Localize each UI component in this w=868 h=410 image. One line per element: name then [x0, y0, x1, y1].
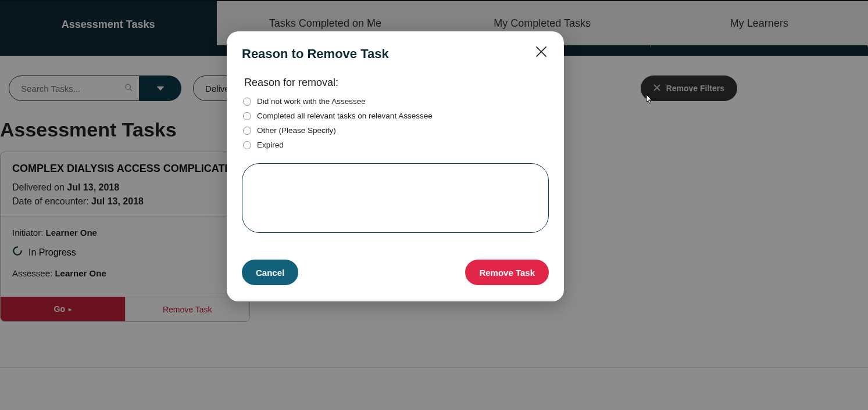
remove-task-button[interactable]: Remove Task	[465, 260, 549, 285]
radio-icon	[243, 98, 251, 106]
modal-subtitle: Reason for removal:	[242, 77, 549, 89]
radio-label: Completed all relevant tasks on relevant…	[257, 112, 433, 120]
radio-icon	[243, 112, 251, 120]
radio-option-other[interactable]: Other (Please Specify)	[243, 126, 549, 135]
radio-option-did-not-work[interactable]: Did not work with the Assessee	[243, 97, 549, 106]
radio-label: Other (Please Specify)	[257, 126, 336, 135]
radio-option-expired[interactable]: Expired	[243, 141, 549, 149]
modal-close-button[interactable]	[534, 44, 551, 62]
radio-option-completed-all[interactable]: Completed all relevant tasks on relevant…	[243, 112, 549, 120]
cancel-button[interactable]: Cancel	[242, 260, 298, 285]
radio-icon	[243, 127, 251, 135]
radio-icon	[243, 141, 251, 149]
removal-reason-textarea[interactable]	[242, 163, 549, 233]
remove-task-modal: Reason to Remove Task Reason for removal…	[227, 31, 564, 301]
radio-label: Did not work with the Assessee	[257, 97, 366, 106]
modal-title: Reason to Remove Task	[242, 46, 549, 62]
removal-reason-radio-group: Did not work with the Assessee Completed…	[242, 97, 549, 149]
cancel-label: Cancel	[256, 268, 284, 278]
radio-label: Expired	[257, 141, 284, 149]
remove-task-label: Remove Task	[479, 268, 535, 278]
